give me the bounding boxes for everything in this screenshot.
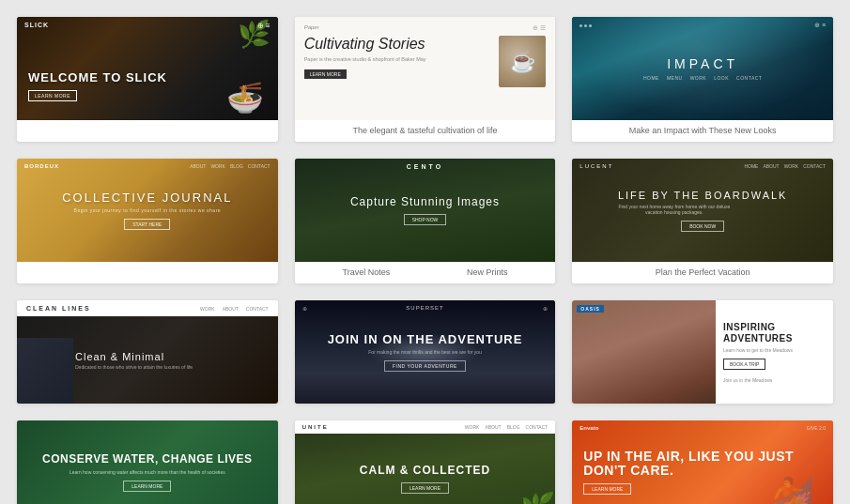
- unite-nav-work[interactable]: WORK: [465, 424, 480, 430]
- bordeux-subtitle: Begin your journey to find yourself in t…: [62, 207, 232, 213]
- cleanlines-nav-about[interactable]: ABOUT: [223, 306, 239, 312]
- superset-icon-right: ⊕: [543, 305, 548, 312]
- impact-nav-home[interactable]: HOME: [643, 75, 659, 81]
- lucent-topbar: LUCENT HOME ABOUT WORK CONTACT: [572, 163, 833, 169]
- superset-cta-button[interactable]: FIND YOUR ADVENTURE: [384, 360, 466, 372]
- lucent-nav-2[interactable]: ABOUT: [763, 163, 779, 169]
- preview-impact: ⊕ ≡ IMPACT HOME MENU WORK LOOK CONTACT: [572, 17, 833, 120]
- lucent-nav-4[interactable]: CONTACT: [803, 163, 826, 169]
- card-paper[interactable]: Paper ⊕ ☰ Cultivating Stories Paper is t…: [295, 17, 556, 142]
- unite-cta-button[interactable]: LEARN MORE: [401, 482, 449, 494]
- bordeux-nav-item-3[interactable]: BLOG: [230, 163, 243, 169]
- cleanlines-hero-text: Clean & Minimal Dedicated to those who s…: [75, 351, 193, 370]
- oasis-badge: OASIS: [577, 305, 604, 313]
- bordeux-center: COLLECTIVE JOURNAL Begin your journey to…: [62, 191, 232, 230]
- oasis-footer-link[interactable]: Join us in the Meadows: [723, 377, 826, 383]
- impact-nav-menu[interactable]: MENU: [667, 75, 683, 81]
- card-lucent[interactable]: LUCENT HOME ABOUT WORK CONTACT LIFE BY T…: [572, 159, 833, 283]
- preview-oasis: OASIS INSPIRING ADVENTURES Learn how to …: [572, 300, 833, 404]
- preview-air: Envato GIVE 2.0 🏄 UP IN THE AIR, LIKE YO…: [572, 420, 833, 504]
- lucent-nav-3[interactable]: WORK: [784, 163, 799, 169]
- unite-title: CALM & COLLECTED: [360, 464, 490, 477]
- impact-nav: HOME MENU WORK LOOK CONTACT: [643, 75, 763, 81]
- unite-plant-decoration: 🌿: [520, 491, 555, 504]
- oasis-title: INSPIRING ADVENTURES: [723, 322, 826, 344]
- slick-food-decoration: [17, 17, 278, 120]
- unite-nav-contact[interactable]: CONTACT: [526, 424, 549, 430]
- card-oasis[interactable]: OASIS INSPIRING ADVENTURES Learn how to …: [572, 300, 833, 404]
- card-slick[interactable]: SLICK ⊕ ≡ WELCOME TO SLICK LEARN MORE: [17, 17, 278, 142]
- card-unite[interactable]: UNITE WORK ABOUT BLOG CONTACT 🌿 CALM & C…: [295, 420, 556, 504]
- paper-logo: Paper: [304, 24, 319, 32]
- lucent-cta-button[interactable]: BOOK NOW: [681, 221, 724, 232]
- impact-dot-3: [589, 24, 592, 27]
- cento-cta-button[interactable]: SHOP NOW: [404, 214, 447, 225]
- preview-cento: CENTO Capture Stunning Images SHOP NOW: [295, 159, 556, 262]
- card-impact[interactable]: ⊕ ≡ IMPACT HOME MENU WORK LOOK CONTACT M…: [572, 17, 833, 142]
- air-cta-button[interactable]: LEARN MORE: [583, 483, 631, 495]
- conserve-cta-button[interactable]: LEARN MORE: [123, 481, 171, 492]
- cleanlines-nav-work[interactable]: WORK: [200, 306, 215, 312]
- unite-nav-about[interactable]: ABOUT: [485, 424, 501, 430]
- lucent-nav-1[interactable]: HOME: [744, 163, 758, 169]
- oasis-subtitle: Learn how to get to the Meadows: [723, 347, 826, 354]
- preview-paper: Paper ⊕ ☰ Cultivating Stories Paper is t…: [295, 17, 556, 120]
- card-superset[interactable]: ⊕ SUPERSET ⊕ JOIN IN ON THE ADVENTURE Fo…: [295, 300, 556, 404]
- impact-dot-1: [580, 24, 582, 27]
- card-cleanlines[interactable]: CLEAN LINES WORK ABOUT CONTACT Clean & M…: [17, 300, 278, 404]
- cento-center: Capture Stunning Images SHOP NOW: [350, 195, 500, 225]
- card-cento[interactable]: CENTO Capture Stunning Images SHOP NOW T…: [295, 159, 556, 283]
- impact-footer: Make an Impact with These New Looks: [572, 120, 833, 142]
- cleanlines-hero: Clean & Minimal Dedicated to those who s…: [17, 316, 278, 404]
- superset-center: JOIN IN ON THE ADVENTURE For making the …: [328, 332, 523, 372]
- bordeux-cta-button[interactable]: START HERE: [124, 219, 170, 230]
- bordeux-nav-item-2[interactable]: WORK: [210, 163, 225, 169]
- template-gallery: SLICK ⊕ ≡ WELCOME TO SLICK LEARN MORE Pa…: [0, 0, 850, 504]
- air-topright-label: GIVE 2.0: [807, 425, 826, 431]
- oasis-cta-button[interactable]: BOOK A TRIP: [723, 359, 765, 370]
- superset-icons: ⊕: [302, 305, 307, 312]
- preview-lucent: LUCENT HOME ABOUT WORK CONTACT LIFE BY T…: [572, 159, 833, 262]
- cento-topbar: CENTO: [295, 163, 556, 170]
- unite-hero: 🌿 CALM & COLLECTED LEARN MORE: [295, 434, 556, 504]
- lucent-subtitle: Find your next home away from home with …: [618, 204, 731, 215]
- impact-nav-look[interactable]: LOOK: [714, 75, 729, 81]
- superset-subtitle: For making the most thrills and the best…: [328, 349, 523, 355]
- air-topbar: Envato GIVE 2.0: [572, 425, 833, 431]
- impact-nav-contact[interactable]: CONTACT: [736, 75, 762, 81]
- paper-title: Cultivating Stories: [304, 36, 494, 53]
- slick-title: WELCOME TO SLICK: [28, 70, 167, 84]
- cleanlines-nav: WORK ABOUT CONTACT: [200, 306, 269, 312]
- unite-logo: UNITE: [302, 424, 329, 430]
- slick-cta-button[interactable]: LEARN MORE: [28, 90, 77, 101]
- bordeux-nav: ABOUT WORK BLOG CONTACT: [190, 163, 270, 169]
- unite-nav-blog[interactable]: BLOG: [507, 424, 520, 430]
- preview-cleanlines: CLEAN LINES WORK ABOUT CONTACT Clean & M…: [17, 300, 278, 404]
- preview-superset: ⊕ SUPERSET ⊕ JOIN IN ON THE ADVENTURE Fo…: [295, 300, 556, 404]
- lucent-nav: HOME ABOUT WORK CONTACT: [744, 163, 826, 169]
- card-conserve[interactable]: CONSERVE WATER, CHANGE LIVES Learn how c…: [17, 420, 278, 504]
- impact-nav-work[interactable]: WORK: [690, 75, 707, 81]
- cleanlines-topbar: CLEAN LINES WORK ABOUT CONTACT: [17, 300, 278, 316]
- cleanlines-logo: CLEAN LINES: [26, 305, 91, 312]
- superset-title: JOIN IN ON THE ADVENTURE: [328, 332, 523, 346]
- superset-logo: SUPERSET: [406, 305, 443, 312]
- bordeux-title: COLLECTIVE JOURNAL: [62, 191, 232, 205]
- slick-title-block: WELCOME TO SLICK LEARN MORE: [28, 70, 167, 101]
- conserve-title: CONSERVE WATER, CHANGE LIVES: [42, 452, 253, 466]
- paper-cta-button[interactable]: LEARN MORE: [304, 69, 347, 79]
- card-air[interactable]: Envato GIVE 2.0 🏄 UP IN THE AIR, LIKE YO…: [572, 420, 833, 504]
- impact-title: IMPACT: [643, 56, 763, 71]
- cleanlines-nav-contact[interactable]: CONTACT: [246, 306, 269, 312]
- cento-logo: CENTO: [407, 163, 443, 170]
- impact-dot-2: [584, 24, 587, 27]
- paper-footer: The elegant & tasteful cultivation of li…: [295, 120, 556, 142]
- cleanlines-hero-title: Clean & Minimal: [75, 351, 193, 362]
- unite-topbar: UNITE WORK ABOUT BLOG CONTACT: [295, 420, 556, 434]
- cento-footer-left: Travel Notes: [343, 267, 391, 277]
- bordeux-nav-item-4[interactable]: CONTACT: [248, 163, 270, 169]
- bordeux-nav-item-1[interactable]: ABOUT: [190, 163, 206, 169]
- conserve-center: CONSERVE WATER, CHANGE LIVES Learn how c…: [42, 452, 253, 492]
- air-logo: Envato: [580, 425, 598, 431]
- card-bordeux[interactable]: BORDEUX ABOUT WORK BLOG CONTACT COLLECTI…: [17, 159, 278, 283]
